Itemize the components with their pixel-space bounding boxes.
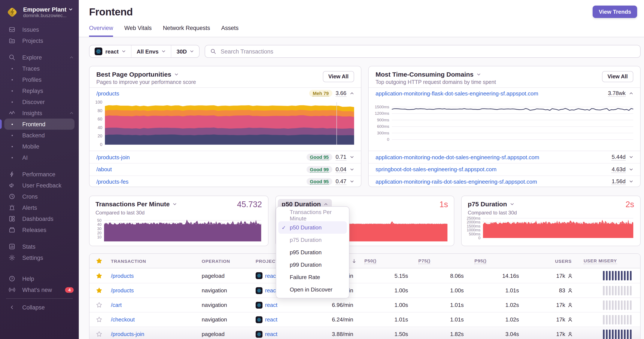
sidebar-item-discover[interactable]: Discover — [0, 96, 79, 107]
sidebar-item-insights[interactable]: Insights — [0, 107, 79, 119]
whatsnew-icon — [8, 286, 16, 293]
star-filled-icon[interactable] — [96, 258, 102, 264]
score-badge[interactable]: Good 95 — [306, 178, 332, 185]
column-header-label[interactable]: P95() — [474, 258, 487, 264]
sidebar-item-settings[interactable]: Settings — [0, 252, 79, 263]
page-link[interactable]: /about — [96, 166, 112, 173]
tab-web-vitals[interactable]: Web Vitals — [124, 25, 152, 37]
opportunity-score[interactable]: 0.71 — [336, 154, 346, 161]
page-link[interactable]: /products — [96, 90, 119, 96]
sidebar-item-help[interactable]: ?Help — [0, 273, 79, 284]
chevron-down-icon[interactable] — [350, 179, 354, 184]
org-switcher[interactable]: Empower Plant dominik.buszowiec... — [0, 0, 79, 24]
chevron-down-icon[interactable] — [350, 167, 354, 172]
time-spent-value[interactable]: 4.63d — [612, 166, 626, 173]
page-link[interactable]: /products-fes — [96, 178, 128, 185]
tab-assets[interactable]: Assets — [221, 25, 238, 37]
view-all-button[interactable]: View All — [323, 71, 354, 82]
chevron-down-icon[interactable] — [476, 72, 481, 76]
chevron-down-icon[interactable] — [174, 72, 178, 76]
search-input[interactable] — [220, 48, 635, 55]
transaction-link[interactable]: /checkout — [111, 316, 135, 323]
menu-item-p99-duration[interactable]: p99 Duration — [276, 259, 349, 271]
score-badge[interactable]: Meh 79 — [309, 90, 332, 97]
column-header-label[interactable]: USER MISERY — [584, 258, 617, 264]
project-link[interactable]: react — [265, 331, 278, 337]
project-filter[interactable]: react — [90, 45, 131, 57]
sidebar-item-label: Projects — [22, 37, 74, 44]
menu-item-p50-duration[interactable]: ✓p50 Duration — [278, 221, 346, 234]
chevron-down-icon[interactable] — [629, 167, 633, 172]
domain-link[interactable]: application-monitoring-rails-dot-sales-e… — [376, 178, 537, 185]
view-trends-button[interactable]: View Trends — [593, 5, 637, 18]
sidebar-item-explore[interactable]: Explore — [0, 52, 79, 63]
chevron-down-icon[interactable] — [350, 155, 354, 159]
chevron-up-icon[interactable] — [629, 91, 633, 95]
sidebar-item-stats[interactable]: Stats — [0, 241, 79, 252]
chevron-up-icon[interactable] — [350, 91, 354, 95]
cell-project[interactable]: react — [252, 302, 308, 308]
opportunity-score[interactable]: 0.47 — [336, 178, 346, 185]
date-range-filter[interactable]: 30D — [171, 45, 199, 57]
column-header-label[interactable]: P75() — [418, 258, 430, 264]
transaction-link[interactable]: /products-join — [111, 331, 144, 337]
svg-text:2500ms: 2500ms — [467, 216, 481, 220]
sidebar-item-projects[interactable]: Projects — [0, 35, 79, 46]
chevron-down-icon[interactable] — [629, 155, 633, 159]
sidebar-item-backend[interactable]: Backend — [0, 130, 79, 141]
sidebar-item-traces[interactable]: Traces — [0, 63, 79, 74]
cell-project[interactable]: react — [252, 331, 308, 338]
sidebar-item-profiles[interactable]: Profiles — [0, 74, 79, 85]
star-outline-icon[interactable] — [96, 331, 102, 337]
star-outline-icon[interactable] — [96, 302, 102, 308]
sidebar-item-frontend[interactable]: Frontend — [4, 119, 74, 130]
menu-item-transactions-per-minute[interactable]: Transactions Per Minute — [276, 209, 349, 221]
project-link[interactable]: react — [265, 302, 278, 308]
sidebar-item-crons[interactable]: Crons — [0, 191, 79, 202]
menu-item-failure-rate[interactable]: Failure Rate — [276, 271, 349, 283]
domain-link[interactable]: springboot-dot-sales-engineering-sf.apps… — [376, 166, 496, 173]
transaction-link[interactable]: /cart — [111, 302, 122, 308]
domain-link[interactable]: application-monitoring-flask-dot-sales-e… — [376, 90, 538, 96]
sidebar-item-mobile[interactable]: Mobile — [0, 141, 79, 152]
transaction-link[interactable]: /products — [111, 273, 134, 279]
chevron-down-icon[interactable] — [629, 179, 633, 184]
cell-project[interactable]: react — [252, 316, 308, 323]
time-spent-value[interactable]: 5.44d — [612, 154, 626, 161]
score-badge[interactable]: Good 95 — [306, 154, 332, 161]
tab-network-requests[interactable]: Network Requests — [163, 25, 210, 37]
opportunity-score[interactable]: 3.66 — [336, 90, 346, 97]
menu-item-p95-duration[interactable]: p95 Duration — [276, 246, 349, 259]
search-icon — [210, 48, 216, 54]
domain-link[interactable]: application-monitoring-node-dot-sales-en… — [376, 154, 539, 160]
sort-desc-icon[interactable] — [352, 258, 357, 264]
view-all-button[interactable]: View All — [602, 71, 634, 82]
sidebar-item-collapse[interactable]: Collapse — [0, 302, 79, 313]
sidebar-item-performance[interactable]: Performance — [0, 169, 79, 180]
column-header-label[interactable]: P50() — [364, 258, 376, 264]
sidebar-item-replays[interactable]: Replays — [0, 85, 79, 96]
chevron-down-icon[interactable] — [173, 202, 177, 206]
time-spent-value[interactable]: 3.78wk — [608, 90, 626, 97]
star-filled-icon[interactable] — [96, 273, 102, 279]
time-spent-value[interactable]: 1.56d — [612, 178, 626, 185]
project-link[interactable]: react — [265, 316, 278, 323]
sidebar-item-what-s-new[interactable]: What's new4 — [0, 284, 79, 295]
chevron-down-icon[interactable] — [510, 202, 514, 206]
sidebar-item-dashboards[interactable]: Dashboards — [0, 213, 79, 224]
sidebar-item-user-feedback[interactable]: User Feedback — [0, 180, 79, 191]
menu-item-open-in-discover[interactable]: Open in Discover — [276, 283, 349, 296]
sidebar-item-releases[interactable]: Releases — [0, 224, 79, 235]
opportunity-score[interactable]: 0.04 — [336, 166, 346, 173]
score-badge[interactable]: Good 99 — [306, 166, 332, 173]
page-link[interactable]: /products-join — [96, 154, 130, 160]
star-filled-icon[interactable] — [96, 287, 102, 294]
tab-overview[interactable]: Overview — [89, 25, 113, 37]
star-outline-icon[interactable] — [96, 316, 102, 323]
sidebar-item-ai[interactable]: AI — [0, 152, 79, 163]
sidebar-item-alerts[interactable]: Alerts — [0, 202, 79, 213]
sidebar-item-issues[interactable]: Issues — [0, 24, 79, 35]
environment-filter[interactable]: All Envs — [131, 45, 171, 57]
transaction-link[interactable]: /products — [111, 287, 134, 294]
menu-item-p75-duration[interactable]: p75 Duration — [276, 234, 349, 246]
